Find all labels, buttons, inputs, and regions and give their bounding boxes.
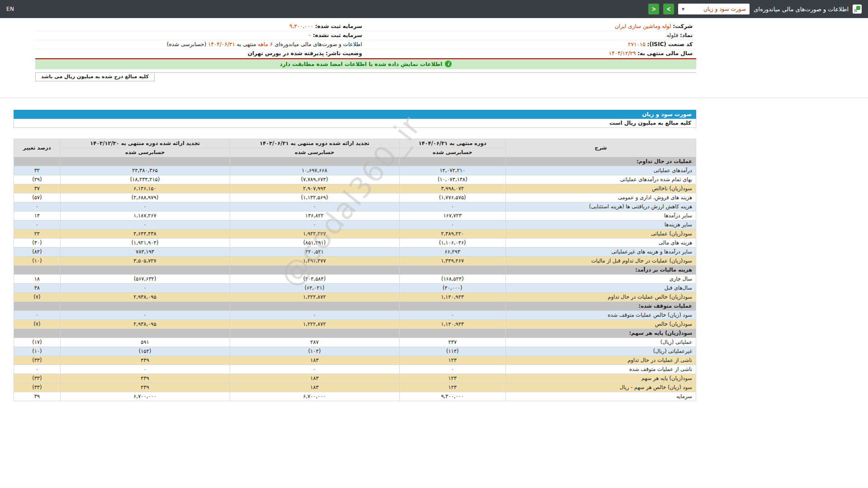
note-tabstrip: کلیه مبالغ درج شده به میلیون ریال می باش…: [35, 72, 696, 81]
section-row: عملیات در حال تداوم:: [14, 157, 696, 166]
row-label: عملیات در حال تداوم:: [506, 157, 696, 166]
value-cell: ۲,۳۸۹,۲۲۰: [399, 229, 505, 238]
registered-capital-label: سرمایه ثبت شده:: [315, 23, 362, 29]
pct-change-cell: ۳۸: [14, 283, 61, 292]
statement-row: سال‌های قبل(۴۰,۰۰۰)(۶۴,۰۲۱)۰۳۸: [14, 283, 696, 292]
value-cell: ۰: [60, 283, 230, 292]
value-cell: ۱۲۳: [399, 356, 505, 365]
value-cell: ۵۹۱: [60, 338, 230, 347]
pct-change-cell: (۳۳): [14, 374, 61, 383]
row-label: سال جاری: [506, 274, 696, 283]
value-cell: ۱۶۷,۷۲۳: [399, 211, 505, 220]
statement-row: سود (زیان) خالص عملیات متوقف شده۰۰۰۰: [14, 310, 696, 319]
value-cell: [399, 328, 505, 338]
statement-row: سود(زیان) عملیات در حال تداوم قبل از مال…: [14, 256, 696, 265]
pct-change-cell: (۷): [14, 319, 61, 328]
dropdown-selected-value: صورت سود و زیان: [703, 6, 746, 12]
income-statement-table: شرح دوره منتهی به ۱۴۰۴/۰۶/۳۱ تجدید ارائه…: [14, 139, 696, 401]
section-row: هزینه مالیات بر درآمد:: [14, 265, 696, 274]
row-label: سود(زیان) خالص: [506, 319, 696, 328]
info-icon: i: [445, 61, 452, 67]
row-label: ناشی از عملیات در حال تداوم: [506, 356, 696, 365]
pct-change-cell: [14, 328, 61, 338]
value-cell: ۰: [60, 310, 230, 319]
value-cell: ۱۴,۰۷۲,۲۱۰: [399, 166, 505, 175]
value-cell: ۶,۷۰۰,۰۰۰: [230, 392, 399, 401]
statement-type-dropdown[interactable]: صورت سود و زیان ▼: [678, 4, 750, 14]
row-label: سود(زیان) عملیات در حال تداوم قبل از مال…: [506, 256, 696, 265]
statement-row: سایر هزینه‌ها۰۰۰۰: [14, 220, 696, 229]
value-cell: ۹,۳۰۰,۰۰۰: [399, 392, 505, 401]
value-cell: ۱۲۳: [399, 383, 505, 392]
unregistered-capital-label: سرمایه ثبت نشده:: [313, 32, 362, 38]
row-label: سود (زیان) خالص هر سهم - ریال: [506, 383, 696, 392]
language-toggle-en[interactable]: EN: [6, 6, 14, 12]
pct-change-cell: (۳۳): [14, 356, 61, 365]
subheader-audited: حسابرسی شده: [60, 148, 230, 157]
value-cell: (۴۰,۰۰۰): [399, 283, 505, 292]
statement-row: هزینه های مالی(۱,۱۰۶,۰۴۶)(۸۵۱,۲۹۱)(۱,۹۲۱…: [14, 238, 696, 247]
pct-change-cell: (۲۹): [14, 175, 61, 184]
statement-row: عملیاتی (ریال)۲۳۷۲۸۷۵۹۱(۱۷): [14, 338, 696, 347]
pct-change-cell: [14, 157, 61, 166]
statement-row: سود(زیان) خالص۱,۱۴۰,۹۴۳۱,۲۲۲,۸۷۲۲,۹۳۸,۰۹…: [14, 319, 696, 328]
value-cell: ۱,۱۸۷,۲۶۷: [60, 211, 230, 220]
value-cell: ۴۲۰,۵۲۱: [230, 247, 399, 256]
pct-change-cell: ۱۴: [14, 211, 61, 220]
symbol-label: نماد:: [680, 32, 693, 38]
company-info-section: شرکت: لوله وماشین سازی ایران سرمایه ثبت …: [35, 22, 696, 81]
value-cell: ۳,۹۹۸,۰۷۲: [399, 184, 505, 193]
statement-row: ناشی از عملیات متوقف شده۰۰۰۰: [14, 365, 696, 374]
top-navbar: اطلاعات و صورت‌های مالی میاندوره‌ای صورت…: [0, 0, 868, 18]
section-row: سود(زیان) پایه هر سهم:: [14, 328, 696, 338]
col-header-restated-year-end: تجدید ارائه شده دوره منتهی به ۱۴۰۳/۱۲/۳۰: [60, 139, 230, 148]
value-cell: ۲,۹۳۸,۰۹۵: [60, 292, 230, 301]
row-label: سایر درآمدها: [506, 211, 696, 220]
pct-change-cell: ۲۴: [14, 229, 61, 238]
value-cell: ۰: [230, 202, 399, 211]
pct-change-cell: ۰: [14, 310, 61, 319]
value-cell: (۱۰۴): [230, 347, 399, 356]
row-label: هزینه های فروش، اداری و عمومی: [506, 193, 696, 202]
company-info-table: شرکت: لوله وماشین سازی ایران سرمایه ثبت …: [35, 22, 696, 58]
col-header-restated-mid-period: تجدید ارائه شده دوره منتهی به ۱۴۰۳/۰۶/۳۱: [230, 139, 399, 148]
row-label: سایر درآمدها و هزینه های غیرعملیاتی: [506, 247, 696, 256]
value-cell: ۴۳۹: [60, 374, 230, 383]
row-label: درآمدهای عملیاتی: [506, 166, 696, 175]
period-text-prefix: اطلاعات و صورت‌های مالی میاندوره‌ای: [273, 41, 362, 47]
value-cell: ۲۳۷: [399, 338, 505, 347]
statement-row: سود(زیان) ناخالص۳,۹۹۸,۰۷۲۲,۹۰۷,۹۹۴۶,۱۴۶,…: [14, 184, 696, 193]
info-row: نماد: فلوله سرمایه ثبت نشده: ۰: [35, 31, 696, 40]
row-label: سود(زیان) ناخالص: [506, 184, 696, 193]
value-cell: ۱,۳۴۹,۴۶۷: [399, 256, 505, 265]
statement-row: سال جاری(۱۶۸,۵۲۴)(۲۰۴,۵۸۴)(۵۶۷,۶۳۲)۱۸: [14, 274, 696, 283]
value-cell: ۰: [399, 202, 505, 211]
pct-change-cell: (۳۰): [14, 238, 61, 247]
symbol-value: فلوله: [666, 32, 678, 38]
value-cell: [60, 301, 230, 310]
value-cell: (۱۰,۰۷۴,۱۳۸): [399, 175, 505, 184]
value-cell: (۱,۱۰۶,۰۴۶): [399, 238, 505, 247]
row-label: سود(زیان) پایه هر سهم: [506, 374, 696, 383]
info-row: شرکت: لوله وماشین سازی ایران سرمایه ثبت …: [35, 22, 696, 31]
period-text-mid: منتهی به: [235, 41, 256, 47]
app-logo-icon: [853, 5, 862, 14]
value-cell: ۱,۴۹۱,۴۷۷: [230, 256, 399, 265]
next-statement-button[interactable]: >: [648, 4, 659, 14]
value-cell: (۷,۷۸۹,۶۷۴): [230, 175, 399, 184]
statement-row: سود (زیان) خالص هر سهم - ریال۱۲۳۱۸۳۴۳۹(۳…: [14, 383, 696, 392]
value-cell: ۱۸۳: [230, 356, 399, 365]
prev-statement-button[interactable]: <: [663, 4, 674, 14]
publisher-status-value: پذیرفته شده در بورس تهران: [248, 50, 324, 56]
statement-title-bar: صورت سود و زیان: [14, 110, 696, 119]
value-cell: ۴,۶۴۴,۴۳۸: [60, 229, 230, 238]
statement-row: سود(زیان) عملیاتی۲,۳۸۹,۲۲۰۱,۹۲۲,۲۴۷۴,۶۴۴…: [14, 229, 696, 238]
row-label: سود(زیان) عملیاتی: [506, 229, 696, 238]
fiscal-year-value: ۱۴۰۴/۱۲/۲۹: [609, 50, 636, 56]
value-cell: (۸۵۱,۲۹۱): [230, 238, 399, 247]
subheader-audited: حسابرسی شده: [399, 148, 505, 157]
statement-table-body: عملیات در حال تداوم:درآمدهای عملیاتی۱۴,۰…: [14, 157, 696, 401]
pct-change-cell: (۱۰): [14, 347, 61, 356]
col-header-pct-change: درصد تغییر: [14, 139, 61, 157]
value-cell: (۱۸,۲۳۴,۲۱۵): [60, 175, 230, 184]
